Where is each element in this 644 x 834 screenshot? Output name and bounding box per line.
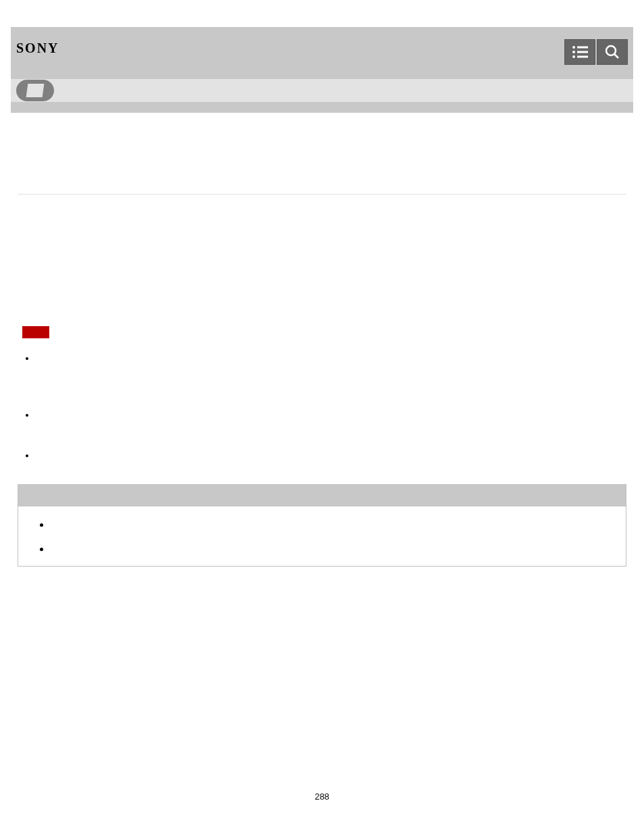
content-area: [11, 113, 633, 573]
grey-bar: [11, 102, 633, 113]
svg-point-6: [606, 46, 616, 55]
svg-rect-5: [577, 56, 588, 58]
info-box: [18, 484, 626, 567]
list-item: [26, 353, 626, 367]
list-item: [26, 410, 626, 423]
sub-header-bar: [11, 79, 633, 102]
main-list: [26, 353, 626, 464]
red-label-box: [22, 326, 49, 338]
svg-point-2: [572, 51, 575, 53]
book-icon[interactable]: [16, 80, 54, 101]
svg-point-0: [572, 46, 575, 49]
list-item: [26, 450, 626, 464]
info-box-header: [18, 485, 626, 506]
list-item: [40, 544, 615, 555]
header-bar: SONY: [11, 27, 633, 79]
menu-list-button[interactable]: [564, 39, 595, 65]
search-icon: [605, 45, 620, 59]
search-button[interactable]: [597, 39, 628, 65]
svg-rect-1: [577, 47, 588, 49]
svg-point-4: [572, 55, 575, 58]
svg-line-7: [614, 54, 618, 58]
divider: [18, 194, 626, 194]
list-item: [40, 520, 615, 531]
svg-rect-3: [577, 51, 588, 53]
list-icon: [572, 45, 588, 59]
sony-logo: SONY: [16, 41, 59, 56]
page-number: 288: [315, 791, 329, 802]
header-buttons: [564, 39, 628, 65]
info-box-content: [18, 506, 626, 566]
sub-list: [40, 520, 615, 555]
